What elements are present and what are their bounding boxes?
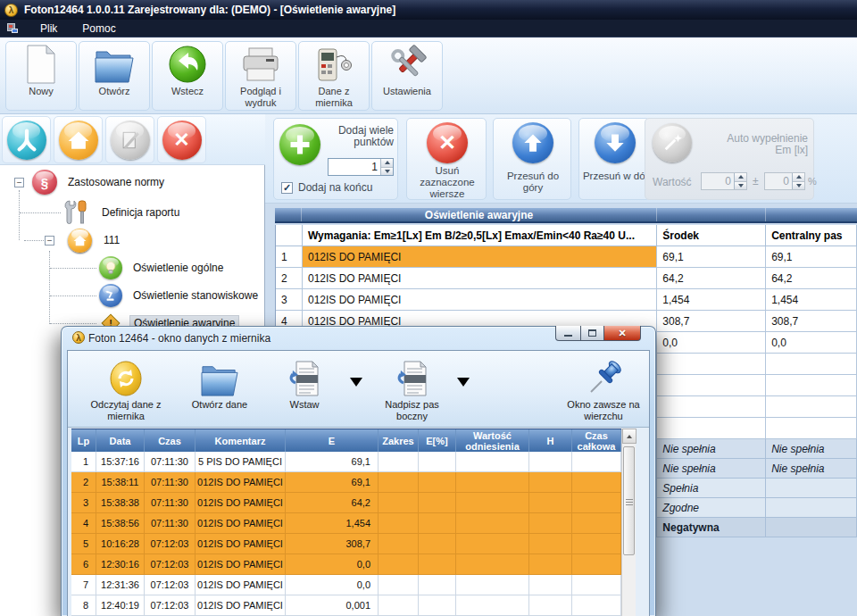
table-cell: 5 PIS DO PAMIĘCI <box>196 452 286 472</box>
always-on-top-button[interactable]: Okno zawsze na wierzchu <box>560 354 647 422</box>
table-row[interactable]: 812:40:1907:12:03012IS DO PAMIĘCI0,001 <box>71 595 621 616</box>
table-cell <box>379 472 419 493</box>
home-button[interactable] <box>54 116 103 163</box>
tree-expander[interactable]: – <box>45 236 54 246</box>
table-cell: 012IS DO PAMIĘCI <box>196 472 286 493</box>
percent-label: % <box>808 176 817 187</box>
table-cell: 3 <box>276 289 303 311</box>
dialog-column-header: Data <box>96 429 145 452</box>
settings-button[interactable]: Ustawienia <box>371 41 443 111</box>
back-button[interactable]: Wstecz <box>152 41 223 111</box>
table-row[interactable]: 2012IS DO PAMIĘCI64,264,2 <box>275 268 857 289</box>
table-cell <box>529 472 572 493</box>
table-row[interactable]: 415:38:5607:11:30012IS DO PAMIĘCI1,454 <box>71 513 621 534</box>
print-preview-button[interactable]: Podgląd i wydruk <box>225 41 296 111</box>
tree-item-normy[interactable]: § Zastosowane normy <box>32 170 168 195</box>
overwrite-side-button[interactable]: Nadpisz pas boczny <box>370 354 454 422</box>
plus-minus-label: ± <box>753 175 759 187</box>
table-cell <box>572 452 621 472</box>
table-row[interactable]: 115:37:1607:11:305 PIS DO PAMIĘCI69,1 <box>71 452 621 472</box>
report-tools-icon <box>62 199 91 226</box>
table-cell: 8 <box>71 595 96 616</box>
points-count-value[interactable]: 1 <box>329 159 380 175</box>
app-logo-icon: λ <box>4 4 18 17</box>
table-cell <box>529 452 572 472</box>
summary-cell: Nie spełnia <box>657 459 766 479</box>
table-cell: 69,1 <box>766 246 857 268</box>
table-cell <box>572 513 621 534</box>
maximize-button[interactable] <box>580 326 604 341</box>
tree-item-ogolne[interactable]: Oświetlenie ogólne <box>99 255 227 280</box>
table-cell <box>766 396 857 418</box>
table-cell: 12:30:16 <box>96 554 145 575</box>
meter-data-button[interactable]: Dane z miernika <box>298 41 370 111</box>
tree-expander[interactable]: – <box>14 178 24 187</box>
table-cell: 64,2 <box>657 268 766 289</box>
table-cell: 1 <box>71 452 96 472</box>
table-cell: 012IS DO PAMIĘCI <box>196 513 286 534</box>
close-button[interactable]: ✕ <box>603 326 641 341</box>
table-row[interactable]: 215:38:1107:11:30012IS DO PAMIĘCI69,1 <box>71 472 621 493</box>
append-at-end-option[interactable]: ✓ Dodaj na końcu <box>281 181 372 194</box>
move-up-button[interactable]: Przesuń do góry <box>493 118 571 200</box>
tree-item-definicja[interactable]: Definicja raportu <box>62 200 183 225</box>
table-cell <box>766 375 857 396</box>
refresh-meter-icon <box>79 354 172 397</box>
autofill-group: Auto wypełnienie Em [lx] Wartość 0 ± 0 % <box>645 118 814 200</box>
new-button[interactable]: Nowy <box>5 41 77 111</box>
menu-file[interactable]: Plik <box>28 20 70 37</box>
dialog-column-header: E <box>286 429 379 452</box>
table-cell <box>766 418 857 439</box>
table-cell: 15:38:56 <box>96 513 145 534</box>
table-cell <box>379 595 419 616</box>
table-cell <box>419 595 456 616</box>
table-cell: 6 <box>71 554 96 575</box>
table-row[interactable]: 712:31:3607:12:03012IS DO PAMIĘCI0,0 <box>71 575 621 595</box>
value-label: Wartość <box>653 176 692 188</box>
table-row[interactable]: 510:16:2807:12:03012IS DO PAMIĘCI308,7 <box>71 534 621 554</box>
table-row[interactable]: 1012IS DO PAMIĘCI69,169,1 <box>275 246 857 268</box>
table-row[interactable]: 3012IS DO PAMIĘCI1,4541,454 <box>275 289 857 311</box>
tree-item-stanowiskowe[interactable]: Oświetlenie stanowiskowe <box>99 283 262 308</box>
minimize-button[interactable] <box>555 326 581 341</box>
append-label: Dodaj na końcu <box>298 181 372 194</box>
branch-icon <box>7 121 46 160</box>
menu-help[interactable]: Pomoc <box>70 20 128 37</box>
open-folder-icon <box>79 42 149 84</box>
table-cell: 15:38:38 <box>96 493 145 513</box>
add-plus-icon[interactable] <box>279 124 320 165</box>
insert-dropdown-arrow[interactable] <box>350 378 362 387</box>
table-cell <box>419 575 456 595</box>
open-data-button[interactable]: Otwórz dane <box>179 354 260 411</box>
points-count-spinner[interactable]: 1 <box>328 158 394 176</box>
paragraph-icon: § <box>32 170 57 195</box>
table-cell <box>572 554 621 575</box>
table-cell <box>419 513 456 534</box>
open-button[interactable]: Otwórz <box>79 41 150 111</box>
table-row[interactable]: 315:38:3807:11:30012IS DO PAMIĘCI64,2 <box>71 493 621 513</box>
table-cell <box>766 354 857 375</box>
table-cell <box>529 554 572 575</box>
table-cell <box>379 452 419 472</box>
spin-up-button[interactable] <box>381 159 393 168</box>
read-meter-button[interactable]: Odczytaj dane z miernika <box>79 354 172 422</box>
table-cell: 12:31:36 <box>96 575 145 595</box>
append-checkbox[interactable]: ✓ <box>281 182 293 194</box>
table-row[interactable]: 612:30:1607:12:03012IS DO PAMIĘCI0,0 <box>71 554 621 575</box>
insert-button[interactable]: Wstaw <box>264 354 345 411</box>
tree-item-111[interactable]: 111 <box>68 228 123 253</box>
move-up-label: Przesuń do góry <box>499 171 567 194</box>
center-column-header: Środek <box>657 225 766 246</box>
close-section-button[interactable]: ✕ <box>157 116 206 163</box>
spin-down-button[interactable] <box>381 168 393 176</box>
table-cell: 2 <box>276 268 303 289</box>
table-cell: 64,2 <box>286 493 379 513</box>
tree-view-button[interactable] <box>2 116 51 163</box>
vertical-scrollbar[interactable] <box>621 429 636 616</box>
table-cell: 3 <box>71 493 96 513</box>
scroll-thumb[interactable] <box>623 446 635 555</box>
move-down-button[interactable]: Przesuń w dół <box>578 118 650 200</box>
overwrite-dropdown-arrow[interactable] <box>457 378 470 387</box>
delete-rows-button[interactable]: ✕ Usuń zaznaczone wiersze <box>406 118 487 200</box>
scroll-up-button[interactable] <box>622 429 637 444</box>
